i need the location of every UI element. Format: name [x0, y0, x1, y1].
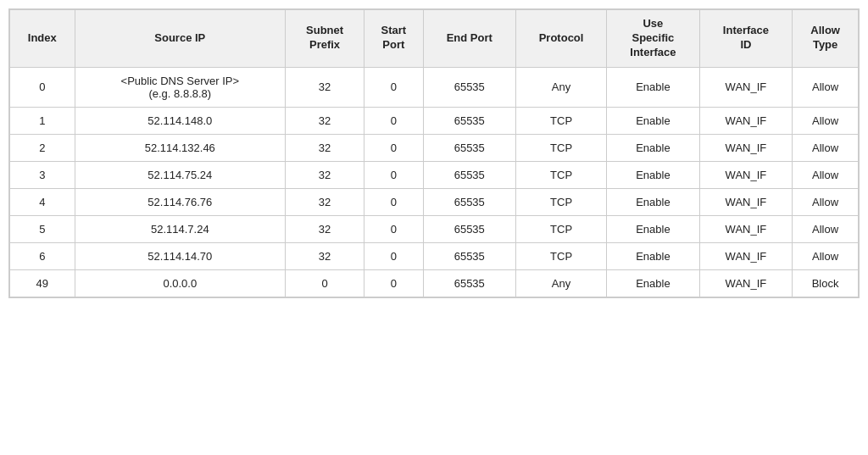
cell-index: 1	[10, 107, 75, 134]
col-header-interface-id: InterfaceID	[699, 10, 793, 68]
col-header-index: Index	[10, 10, 75, 68]
cell-index: 0	[10, 67, 75, 107]
cell-subnet-prefix: 32	[286, 215, 364, 242]
cell-allow-type: Allow	[793, 134, 859, 161]
cell-subnet-prefix: 32	[286, 67, 364, 107]
cell-subnet-prefix: 32	[286, 134, 364, 161]
cell-source-ip: 52.114.14.70	[75, 242, 286, 269]
table-row: 552.114.7.2432065535TCPEnableWAN_IFAllow	[10, 215, 859, 242]
cell-source-ip: 0.0.0.0	[75, 269, 286, 297]
cell-allow-type: Allow	[793, 161, 859, 188]
table-row: 652.114.14.7032065535TCPEnableWAN_IFAllo…	[10, 242, 859, 269]
cell-interface-id: WAN_IF	[699, 134, 793, 161]
cell-allow-type: Allow	[793, 107, 859, 134]
cell-source-ip: 52.114.75.24	[75, 161, 286, 188]
cell-subnet-prefix: 0	[286, 269, 364, 297]
firewall-rules-table: Index Source IP SubnetPrefix StartPort E…	[8, 8, 860, 298]
col-header-source-ip: Source IP	[75, 10, 286, 68]
cell-interface-id: WAN_IF	[699, 269, 793, 297]
cell-protocol: TCP	[516, 215, 607, 242]
cell-source-ip: <Public DNS Server IP>(e.g. 8.8.8.8)	[75, 67, 286, 107]
cell-source-ip: 52.114.76.76	[75, 188, 286, 215]
table-row: 152.114.148.032065535TCPEnableWAN_IFAllo…	[10, 107, 859, 134]
table-row: 452.114.76.7632065535TCPEnableWAN_IFAllo…	[10, 188, 859, 215]
cell-use-specific-interface: Enable	[607, 107, 700, 134]
cell-source-ip: 52.114.148.0	[75, 107, 286, 134]
cell-end-port: 65535	[423, 242, 515, 269]
cell-protocol: Any	[516, 269, 607, 297]
cell-use-specific-interface: Enable	[607, 242, 700, 269]
cell-index: 5	[10, 215, 75, 242]
cell-start-port: 0	[364, 67, 423, 107]
cell-index: 49	[10, 269, 75, 297]
col-header-start-port: StartPort	[364, 10, 423, 68]
cell-protocol: TCP	[516, 242, 607, 269]
cell-protocol: Any	[516, 67, 607, 107]
table-row: 490.0.0.00065535AnyEnableWAN_IFBlock	[10, 269, 859, 297]
cell-index: 6	[10, 242, 75, 269]
cell-use-specific-interface: Enable	[607, 215, 700, 242]
table-row: 352.114.75.2432065535TCPEnableWAN_IFAllo…	[10, 161, 859, 188]
col-header-use-specific-interface: UseSpecificInterface	[607, 10, 700, 68]
col-header-protocol: Protocol	[516, 10, 607, 68]
table-row: 0<Public DNS Server IP>(e.g. 8.8.8.8)320…	[10, 67, 859, 107]
cell-end-port: 65535	[423, 107, 515, 134]
cell-start-port: 0	[364, 134, 423, 161]
cell-index: 2	[10, 134, 75, 161]
cell-end-port: 65535	[423, 134, 515, 161]
cell-interface-id: WAN_IF	[699, 161, 793, 188]
table-row: 252.114.132.4632065535TCPEnableWAN_IFAll…	[10, 134, 859, 161]
cell-use-specific-interface: Enable	[607, 269, 700, 297]
cell-interface-id: WAN_IF	[699, 215, 793, 242]
cell-start-port: 0	[364, 161, 423, 188]
cell-allow-type: Allow	[793, 215, 859, 242]
cell-allow-type: Allow	[793, 67, 859, 107]
cell-interface-id: WAN_IF	[699, 242, 793, 269]
cell-start-port: 0	[364, 215, 423, 242]
col-header-end-port: End Port	[423, 10, 515, 68]
cell-use-specific-interface: Enable	[607, 161, 700, 188]
cell-end-port: 65535	[423, 161, 515, 188]
cell-allow-type: Block	[793, 269, 859, 297]
cell-protocol: TCP	[516, 188, 607, 215]
cell-end-port: 65535	[423, 269, 515, 297]
cell-source-ip: 52.114.7.24	[75, 215, 286, 242]
cell-protocol: TCP	[516, 134, 607, 161]
cell-allow-type: Allow	[793, 188, 859, 215]
cell-source-ip: 52.114.132.46	[75, 134, 286, 161]
cell-interface-id: WAN_IF	[699, 67, 793, 107]
cell-end-port: 65535	[423, 67, 515, 107]
cell-interface-id: WAN_IF	[699, 107, 793, 134]
cell-index: 3	[10, 161, 75, 188]
cell-end-port: 65535	[423, 188, 515, 215]
cell-end-port: 65535	[423, 215, 515, 242]
cell-use-specific-interface: Enable	[607, 188, 700, 215]
table-header-row: Index Source IP SubnetPrefix StartPort E…	[10, 10, 859, 68]
col-header-subnet-prefix: SubnetPrefix	[286, 10, 364, 68]
cell-start-port: 0	[364, 107, 423, 134]
cell-subnet-prefix: 32	[286, 242, 364, 269]
cell-subnet-prefix: 32	[286, 161, 364, 188]
cell-interface-id: WAN_IF	[699, 188, 793, 215]
cell-subnet-prefix: 32	[286, 107, 364, 134]
col-header-allow-type: AllowType	[793, 10, 859, 68]
cell-start-port: 0	[364, 242, 423, 269]
cell-use-specific-interface: Enable	[607, 67, 700, 107]
cell-protocol: TCP	[516, 107, 607, 134]
cell-index: 4	[10, 188, 75, 215]
cell-start-port: 0	[364, 188, 423, 215]
cell-use-specific-interface: Enable	[607, 134, 700, 161]
cell-start-port: 0	[364, 269, 423, 297]
cell-protocol: TCP	[516, 161, 607, 188]
cell-subnet-prefix: 32	[286, 188, 364, 215]
cell-allow-type: Allow	[793, 242, 859, 269]
